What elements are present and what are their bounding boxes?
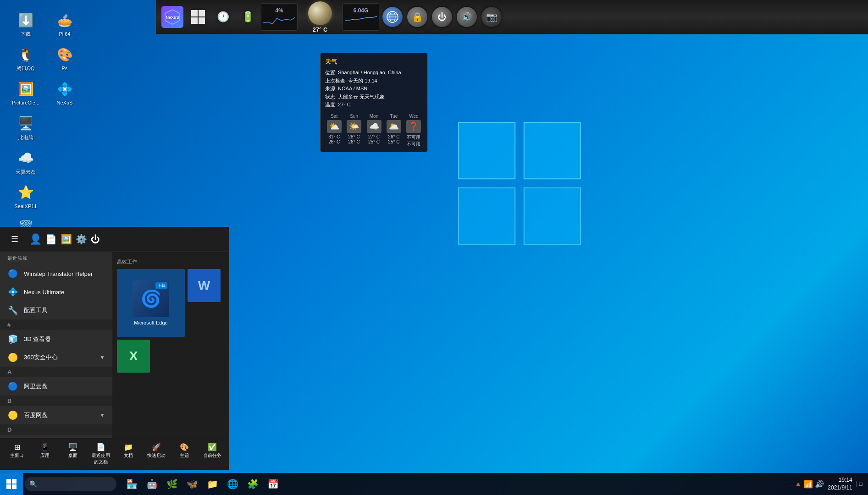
taskbar-calendar-icon[interactable]: 📅 (263, 474, 282, 494)
nexus-label: NeXuS (57, 100, 73, 106)
start-item-baidu[interactable]: 🟡 百度网盘 ▼ (0, 406, 112, 424)
tile-excel[interactable]: X (117, 340, 150, 373)
ram-monitor-widget[interactable]: 6.04G (343, 3, 379, 31)
start-item-3d[interactable]: 🧊 3D 查看器 (0, 330, 112, 348)
360-expand-arrow: ▼ (100, 354, 105, 361)
svg-rect-6 (191, 10, 198, 16)
bottom-bar-theme[interactable]: 🎨 主题 (171, 441, 198, 467)
tile-word[interactable]: W (188, 269, 221, 302)
nexus-battery-icon[interactable]: 🔋 (236, 3, 259, 31)
sealxp-icon: ⭐ (17, 183, 35, 202)
start-pictures-icon[interactable]: 🖼️ (61, 230, 72, 248)
taskbar-android-icon[interactable]: 🤖 (142, 474, 161, 494)
network-tray-icon[interactable]: 🔺 (794, 480, 802, 488)
winstep-icon: 🔵 (7, 268, 18, 279)
weather-days-container: Sat ⛅ 31° C 26° C Sun 🌤️ 28° C 26° C Mon… (325, 114, 423, 147)
taskbar-puzzle-icon[interactable]: 🧩 (243, 474, 262, 494)
alpha-header-hash: # (0, 319, 112, 330)
bottom-bar-quick-launch[interactable]: 🚀 快速启动 (143, 441, 170, 467)
taskbar-green-icon[interactable]: 🌿 (162, 474, 182, 494)
bottom-bar-main-window[interactable]: ⊞ 主窗口 (4, 441, 31, 467)
desktop-icon-nexus[interactable]: 💠 NeXuS (48, 78, 81, 108)
moon-orb (308, 1, 332, 25)
svg-rect-8 (191, 17, 198, 24)
recent-doc-icon: 📄 (96, 443, 105, 451)
nexus-speaker-icon[interactable]: 🔊 (455, 3, 478, 31)
tianyi-icon: ☁️ (17, 149, 35, 167)
start-item-config[interactable]: 🔧 配置工具 (0, 301, 112, 319)
temps-sun: 28° C 26° C (348, 134, 360, 144)
desktop-icon-sealxp[interactable]: ⭐ SealXP11 (9, 182, 42, 211)
start-item-winstep[interactable]: 🔵 Winstep Translator Helper (0, 264, 112, 283)
theme-icon: 🎨 (180, 443, 189, 451)
aliyun-label: 阿里云盘 (24, 382, 48, 390)
start-item-360[interactable]: 🟡 360安全中心 ▼ (0, 348, 112, 367)
start-item-nexus[interactable]: 💠 Nexus Ultimate (0, 283, 112, 301)
show-desktop-button[interactable]: □ (856, 481, 862, 487)
taskbar-butterfly-icon[interactable]: 🦋 (182, 474, 202, 494)
desktop-icon-download[interactable]: ⬇️ 下载 (9, 9, 42, 39)
desktop-icon-pc[interactable]: 🖥️ 此电脑 (9, 113, 42, 143)
taskbar-search-box[interactable]: 🔍 (25, 477, 116, 491)
bottom-bar-current-task[interactable]: ✅ 当前任务 (199, 441, 226, 467)
nexus-lock-icon[interactable]: 🔒 (406, 3, 429, 31)
tile-edge[interactable]: 🌀 下载 Microsoft Edge (117, 269, 185, 337)
ram-value: 6.04G (354, 7, 369, 14)
start-item-aliyun[interactable]: 🔵 阿里云盘 (0, 377, 112, 396)
weather-source: 来源: NOAA / MSN (325, 85, 423, 93)
taskbar-store-icon[interactable]: 🏪 (122, 474, 141, 494)
taskbar-folder-icon[interactable]: 📁 (203, 474, 222, 494)
app-icon: 📱 (40, 443, 50, 451)
temperature-display: 27° C (313, 26, 328, 33)
start-power-icon[interactable]: ⏻ (91, 230, 100, 248)
bottom-bar-app[interactable]: 📱 应用 (32, 441, 59, 467)
wifi-icon[interactable]: 📶 (804, 480, 813, 489)
windows-taskbar: 🔍 🏪 🤖 🌿 🦋 📁 🌐 🧩 📅 🔺 📶 🔊 19:14 2021/9/11 … (0, 473, 868, 495)
desktop-icon-tianyi[interactable]: ☁️ 天翼云盘 (9, 147, 42, 177)
svg-text:NeXuS: NeXuS (166, 15, 179, 20)
current-task-label: 当前任务 (203, 452, 221, 459)
day-name-sun: Sun (350, 114, 358, 119)
winstep-label: Winstep Translator Helper (24, 270, 93, 277)
bottom-bar-desktop[interactable]: 🖥️ 桌面 (60, 441, 87, 467)
volume-tray-icon[interactable]: 🔊 (815, 480, 824, 489)
nexus-camera-icon[interactable]: 📷 (480, 3, 503, 31)
excel-icon: X (129, 349, 138, 363)
weather-temp: 温度: 27° C (325, 101, 423, 109)
desktop-icon-ps[interactable]: 🎨 Ps (48, 44, 81, 73)
desktop-icon-pi64[interactable]: 🥧 Pi 64 (48, 9, 81, 39)
theme-label: 主题 (180, 452, 189, 459)
day-name-mon: Mon (370, 114, 378, 119)
weather-day-wed: Wed ❓ 不可用 不可用 (405, 114, 423, 147)
svg-rect-16 (12, 479, 17, 484)
moon-weather-widget[interactable]: 27° C (299, 1, 341, 33)
nexus-logo-button[interactable]: NeXuS (160, 3, 185, 31)
qq-icon: 🐧 (17, 45, 35, 64)
download-icon: ⬇️ (17, 11, 35, 29)
cpu-monitor-widget[interactable]: 4% (261, 3, 298, 31)
hamburger-button[interactable]: ☰ (7, 232, 22, 246)
bottom-bar-recent-doc[interactable]: 📄 最近使用的文档 (87, 441, 114, 467)
desktop-icon-pictureclean[interactable]: 🖼️ PictureCle... (9, 78, 42, 108)
pictureclean-label: PictureCle... (12, 100, 39, 106)
nexus-network-icon[interactable] (381, 3, 404, 31)
nexus-power-icon[interactable]: ⏻ (431, 3, 453, 31)
baidu-label: 百度网盘 (24, 411, 48, 419)
start-user-icon[interactable]: 👤 (29, 230, 42, 248)
start-button[interactable] (0, 473, 23, 495)
bottom-bar-doc[interactable]: 📁 文档 (115, 441, 142, 467)
tiles-grid: 🌀 下载 Microsoft Edge W X (117, 269, 225, 373)
current-task-icon: ✅ (208, 443, 217, 451)
taskbar-right-section: 🔺 📶 🔊 19:14 2021/9/11 □ (789, 476, 868, 492)
taskbar-clock[interactable]: 19:14 2021/9/11 (828, 476, 852, 492)
taskbar-chrome-icon[interactable]: 🌐 (223, 474, 242, 494)
svg-rect-2 (459, 188, 515, 244)
desktop-icon-qq[interactable]: 🐧 腾讯QQ (9, 44, 42, 73)
nexus-start-icon: 💠 (7, 286, 18, 297)
nexus-clock-icon[interactable]: 🕐 (211, 3, 234, 31)
nexus-windows-icon[interactable] (187, 3, 210, 31)
tianyi-label: 天翼云盘 (16, 169, 36, 175)
start-settings-icon[interactable]: ⚙️ (76, 230, 87, 248)
svg-rect-9 (199, 17, 205, 24)
start-documents-icon[interactable]: 📄 (45, 230, 57, 248)
